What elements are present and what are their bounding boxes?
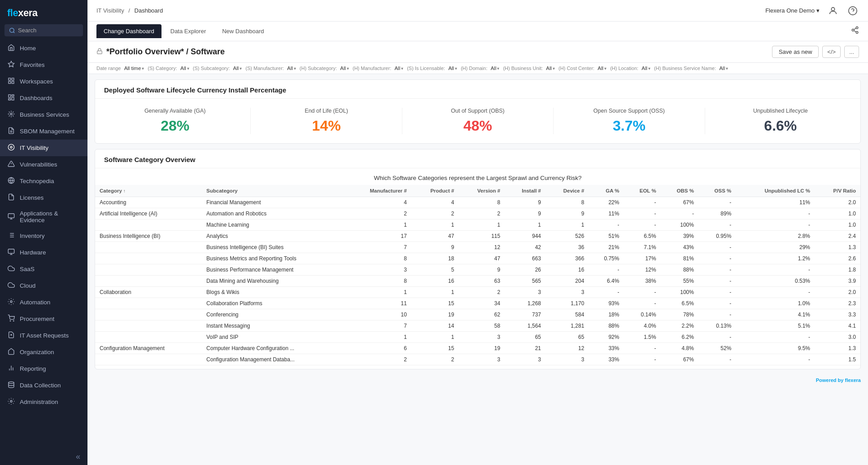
help-icon[interactable] xyxy=(846,4,859,17)
cell-4: 58 xyxy=(458,320,505,332)
filter--h--subcategory-[interactable]: (H) Subcategory: All▾ xyxy=(300,66,349,71)
sidebar-item-technopedia[interactable]: Technopedia xyxy=(0,173,87,189)
cell-7: 51% xyxy=(589,231,624,242)
col-header-subcategory[interactable]: Subcategory xyxy=(202,185,345,197)
user-icon[interactable] xyxy=(827,4,839,17)
licenses-label: Licenses xyxy=(20,194,80,201)
brand-link[interactable]: flexera xyxy=(845,377,861,383)
search-input[interactable] xyxy=(18,27,79,34)
sidebar-item-reporting[interactable]: Reporting xyxy=(0,360,87,377)
cell-3: 2 xyxy=(411,354,459,365)
search-bar[interactable] xyxy=(4,24,83,36)
table-header: CategorySubcategoryManufacturer #Product… xyxy=(95,185,860,197)
sidebar-item-workspaces[interactable]: Workspaces xyxy=(0,73,87,90)
cell-1: Analytics xyxy=(202,231,345,242)
col-header-manufacturer--[interactable]: Manufacturer # xyxy=(345,185,411,197)
filter--h--location-[interactable]: (H) Location: All▾ xyxy=(610,66,650,71)
sidebar-item-data-collection[interactable]: Data Collection xyxy=(0,377,87,394)
sidebar-item-cloud[interactable]: Cloud xyxy=(0,277,87,294)
filter--h--cost-center-[interactable]: (H) Cost Center: All▾ xyxy=(558,66,606,71)
cell-6: 584 xyxy=(545,309,589,320)
cell-5: 3 xyxy=(505,287,545,298)
cell-10: - xyxy=(698,287,736,298)
sidebar-item-sbom-management[interactable]: SBOM Management xyxy=(0,123,87,140)
cell-2: 1 xyxy=(345,219,411,231)
sidebar-item-automation[interactable]: Automation xyxy=(0,294,87,311)
cell-3: 15 xyxy=(411,298,459,309)
sidebar-item-dashboards[interactable]: Dashboards xyxy=(0,90,87,106)
table-row: Collaboration Platforms1115341,2681,1709… xyxy=(95,298,860,309)
col-header-device--[interactable]: Device # xyxy=(545,185,589,197)
sidebar-item-hardware[interactable]: Hardware xyxy=(0,244,87,261)
sidebar-item-favorites[interactable]: Favorites xyxy=(0,57,87,73)
cell-6: 65 xyxy=(545,332,589,343)
cell-12: 1.5 xyxy=(815,354,860,365)
col-header-obs--[interactable]: OBS % xyxy=(661,185,698,197)
filter--s--manufacturer-[interactable]: (S) Manufacturer: All▾ xyxy=(245,66,296,71)
cell-0 xyxy=(95,219,202,231)
cell-8: 1.5% xyxy=(624,332,660,343)
sidebar-item-procurement[interactable]: Procurement xyxy=(0,311,87,327)
filter--s--subcategory-[interactable]: (S) Subcategory: All▾ xyxy=(193,66,242,71)
cell-9: 88% xyxy=(661,264,698,276)
col-header-product--[interactable]: Product # xyxy=(411,185,459,197)
share-icon[interactable] xyxy=(851,26,859,36)
filter--h--business-service-name-[interactable]: (H) Business Service Name: All▾ xyxy=(654,66,728,71)
filter--s--is-licensable-[interactable]: (S) Is Licensable: All▾ xyxy=(407,66,457,71)
filter--h--business-unit-[interactable]: (H) Business Unit: All▾ xyxy=(503,66,555,71)
cell-3: 14 xyxy=(411,320,459,332)
svg-point-47 xyxy=(856,31,858,34)
cell-2: 7 xyxy=(345,242,411,253)
sidebar-item-saas[interactable]: SaaS xyxy=(0,261,87,277)
cell-0: Configuration Management xyxy=(95,343,202,354)
cell-5: 42 xyxy=(505,242,545,253)
filter-date-range[interactable]: Date range All time▾ xyxy=(96,66,144,71)
code-button[interactable]: </> xyxy=(822,46,841,58)
sidebar-item-it-visibility[interactable]: IT Visibility xyxy=(0,140,87,156)
workspace-label: Flexera One Demo xyxy=(765,7,815,14)
workspace-dropdown[interactable]: Flexera One Demo ▾ xyxy=(765,7,820,14)
tab-data-explorer[interactable]: Data Explorer xyxy=(163,24,213,38)
licenses-icon xyxy=(7,193,15,202)
filter--s--category-[interactable]: (S) Category: All▾ xyxy=(148,66,189,71)
cell-10: 89% xyxy=(698,208,736,219)
lifecycle-item-end-of-life--eol-: End of Life (EOL)14% xyxy=(251,108,402,134)
tab-new-dashboard[interactable]: New Dashboard xyxy=(215,24,271,38)
save-as-new-button[interactable]: Save as new xyxy=(772,46,819,58)
col-header-ga--[interactable]: GA % xyxy=(589,185,624,197)
sidebar-item-licenses[interactable]: Licenses xyxy=(0,189,87,206)
cell-4: 115 xyxy=(458,231,505,242)
col-header-install--[interactable]: Install # xyxy=(505,185,545,197)
sidebar-item-organization[interactable]: Organization xyxy=(0,344,87,360)
col-header-version--[interactable]: Version # xyxy=(458,185,505,197)
it-asset-requests-label: IT Asset Requests xyxy=(20,332,80,339)
sidebar-item-inventory[interactable]: Inventory xyxy=(0,228,87,244)
sidebar-item-business-services[interactable]: Business Services xyxy=(0,106,87,123)
filter--h--manufacturer-[interactable]: (H) Manufacturer: All▾ xyxy=(353,66,403,71)
col-header-category[interactable]: Category xyxy=(95,185,202,197)
sidebar-item-administration[interactable]: Administration xyxy=(0,394,87,410)
automation-icon xyxy=(7,298,15,307)
col-header-oss--[interactable]: OSS % xyxy=(698,185,736,197)
sidebar-collapse-button[interactable]: « xyxy=(0,448,87,465)
lifecycle-item-generally-available--ga-: Generally Available (GA)28% xyxy=(100,108,251,134)
col-header-p-v-ratio[interactable]: P/V Ratio xyxy=(815,185,860,197)
cell-8: - xyxy=(624,219,660,231)
more-options-button[interactable]: ... xyxy=(844,46,859,58)
table-body: AccountingFinancial Management4489822%-6… xyxy=(95,197,860,365)
cell-6: 12 xyxy=(545,343,589,354)
breadcrumb-parent: IT Visibility xyxy=(96,7,124,14)
filter--h--domain-[interactable]: (H) Domain: All▾ xyxy=(461,66,499,71)
cell-11: 4.1% xyxy=(736,309,815,320)
svg-rect-9 xyxy=(12,97,14,100)
cell-2: 8 xyxy=(345,276,411,287)
sidebar-item-vulnerabilities[interactable]: Vulnerabilities xyxy=(0,156,87,173)
svg-rect-5 xyxy=(12,81,14,83)
sidebar-item-it-asset-requests[interactable]: IT Asset Requests xyxy=(0,327,87,344)
tab-change-dashboard[interactable]: Change Dashboard xyxy=(96,24,161,38)
sidebar-item-home[interactable]: Home xyxy=(0,40,87,57)
col-header-unpublished-lc--[interactable]: Unpublished LC % xyxy=(736,185,815,197)
col-header-eol--[interactable]: EOL % xyxy=(624,185,660,197)
sidebar-item-applications-evidence[interactable]: Applications & Evidence xyxy=(0,206,87,228)
cell-7: 11% xyxy=(589,208,624,219)
